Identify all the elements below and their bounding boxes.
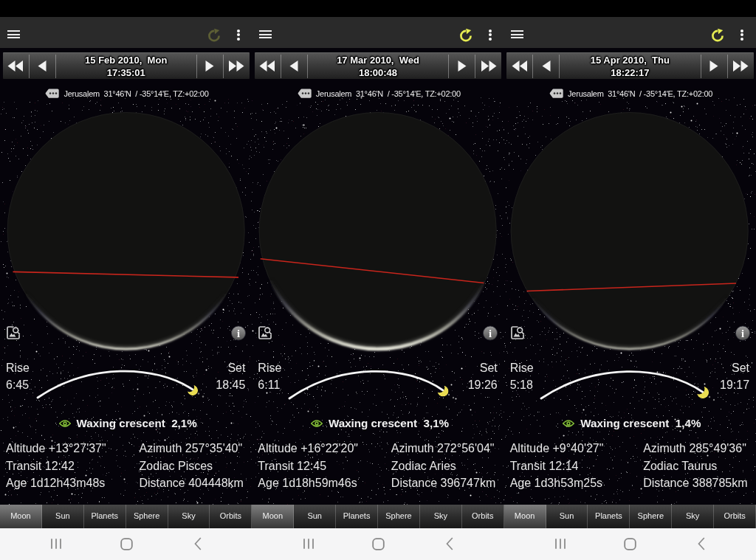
svg-text:i: i bbox=[489, 328, 492, 339]
svg-text:i: i bbox=[741, 328, 744, 339]
svg-text:i: i bbox=[237, 328, 240, 339]
